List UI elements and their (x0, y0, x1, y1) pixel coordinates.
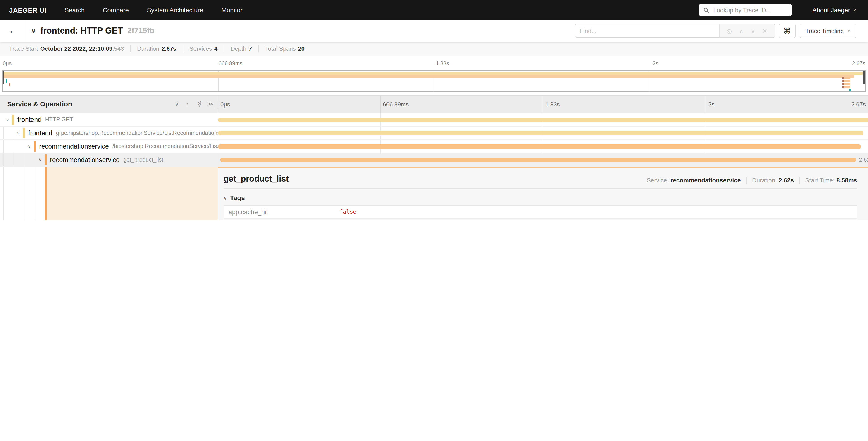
service-color-bar (45, 155, 47, 165)
trace-page-header: ← ∨ frontend: HTTP GET 2f715fb ◎ ∧ ∨ ✕ ⌘… (0, 20, 868, 42)
axis-tick-3: 2s (708, 101, 714, 108)
minimap-span-tick (842, 77, 850, 79)
find-controls: ◎ ∧ ∨ ✕ (719, 25, 775, 37)
trace-id-lookup-input[interactable] (712, 6, 787, 14)
nav-item-system-architecture[interactable]: System Architecture (147, 6, 203, 13)
service-color-bar (12, 115, 14, 125)
collapse-all-icon[interactable]: ≫ (197, 101, 203, 107)
span-row-recommendation-list[interactable]: ∨ recommendationservice /hipstershop.Rec… (0, 140, 868, 153)
find-input[interactable] (575, 25, 719, 37)
selected-span-color-bar (45, 167, 47, 220)
span-duration-label: 2.62s (859, 156, 868, 163)
service-color-bar (34, 141, 36, 152)
trace-depth: Depth7 (224, 45, 259, 52)
span-service: recommendationservice (39, 143, 109, 150)
clear-find-icon[interactable]: ✕ (762, 27, 767, 34)
minimap-canvas[interactable] (2, 70, 866, 92)
next-match-icon[interactable]: ∨ (751, 27, 755, 34)
trace-total-spans: Total Spans20 (259, 45, 311, 52)
trace-summary-bar: Trace StartOctober 22 2022, 22:10:09.543… (0, 42, 868, 56)
minimap-right-scrubber[interactable] (864, 70, 865, 84)
span-bar[interactable] (218, 117, 868, 122)
prev-match-icon[interactable]: ∧ (739, 27, 744, 34)
service-color-bar (23, 128, 25, 138)
search-icon (703, 7, 709, 13)
minimap-span-tick (9, 83, 10, 86)
minimap-span-tick (842, 86, 850, 88)
span-detail-title: get_product_list (223, 174, 289, 184)
tag-row: app.cache_hit false (224, 206, 857, 218)
chevron-down-icon: ∨ (223, 195, 227, 200)
span-bar[interactable] (218, 144, 861, 149)
span-operation: /hipstershop.RecommendationService/Lis..… (113, 143, 218, 150)
axis-tick-4: 2.67s (851, 101, 866, 108)
minimap-span-band (3, 75, 855, 78)
name-column-divider (218, 95, 218, 220)
axis-tick-1: 666.89ms (383, 101, 409, 108)
minimap-span-tick (842, 83, 850, 85)
find-box: ◎ ∧ ∨ ✕ (575, 24, 775, 37)
span-row-frontend-http-get[interactable]: ∨ frontend HTTP GET (0, 113, 868, 126)
span-row-frontend-grpc[interactable]: ∨ frontend grpc.hipstershop.Recommendati… (0, 126, 868, 140)
expand-all-icon[interactable]: ≫ (207, 101, 213, 107)
minimap-tick-3: 2s (653, 60, 658, 66)
timeline-column-header: Service & Operation ∨ › ≫ ≫ 0μs 666.89ms… (0, 95, 868, 113)
minimap-tick-2: 1.33s (436, 60, 449, 66)
span-detail-panel: get_product_list Service: recommendation… (218, 167, 868, 220)
selected-span-bar-strip (218, 167, 868, 169)
chevron-down-icon[interactable]: ∨ (28, 144, 34, 149)
app-logo[interactable]: JAEGER UI (9, 6, 46, 14)
minimap-span-tick (6, 79, 7, 83)
jaeger-trace-page: JAEGER UI Search Compare System Architec… (0, 0, 868, 220)
trace-services: Services4 (183, 45, 224, 52)
collapse-trace-icon[interactable]: ∨ (31, 27, 36, 35)
match-case-icon[interactable]: ◎ (727, 27, 732, 34)
selected-span-tint-block (47, 167, 218, 220)
detail-service: Service: recommendationservice (641, 177, 747, 184)
top-navbar: JAEGER UI Search Compare System Architec… (0, 0, 868, 20)
chevron-down-icon[interactable]: ∨ (6, 117, 12, 122)
span-bar[interactable] (220, 157, 856, 162)
span-row-get-product-list-selected[interactable]: ∨ recommendationservice get_product_list… (0, 153, 868, 167)
axis-tick-2: 1.33s (545, 101, 560, 108)
detail-row-indent-column (0, 167, 218, 220)
tag-row: app.filtered_products.count 8 (224, 218, 857, 220)
about-jaeger-menu[interactable]: About Jaeger ∨ (812, 6, 856, 13)
nav-item-compare[interactable]: Compare (103, 6, 129, 13)
keyboard-shortcuts-button[interactable]: ⌘ (779, 24, 795, 38)
span-operation: grpc.hipstershop.RecommendationService/L… (56, 130, 218, 136)
tags-section-toggle[interactable]: ∨ Tags (223, 194, 857, 202)
column-resize-handle[interactable] (215, 101, 219, 108)
chevron-down-icon[interactable]: ∨ (38, 157, 45, 162)
nav-item-monitor[interactable]: Monitor (221, 6, 242, 13)
trace-timeline-minimap[interactable]: 0μs 666.89ms 1.33s 2s 2.67s (0, 56, 868, 92)
trace-start: Trace StartOctober 22 2022, 22:10:09.543 (0, 45, 131, 52)
minimap-span-tick (842, 80, 850, 82)
command-icon: ⌘ (783, 26, 791, 35)
chevron-down-icon: ∨ (847, 29, 850, 33)
trace-id-lookup[interactable] (699, 4, 792, 16)
span-rows-top: ∨ frontend HTTP GET ∨ frontend grpc.hips… (0, 113, 868, 167)
back-arrow-icon: ← (9, 26, 17, 36)
back-button[interactable]: ← (0, 20, 26, 42)
span-operation: HTTP GET (45, 117, 73, 123)
axis-tick-0: 0μs (220, 101, 230, 108)
span-service: recommendationservice (50, 156, 120, 164)
expand-one-icon[interactable]: › (186, 101, 188, 107)
chevron-down-icon[interactable]: ∨ (17, 130, 23, 136)
chevron-down-icon: ∨ (853, 8, 856, 12)
trace-duration: Duration2.67s (131, 45, 183, 52)
minimap-tick-4: 2.67s (852, 60, 865, 66)
minimap-left-scrubber[interactable] (3, 70, 4, 84)
nav-item-search[interactable]: Search (64, 6, 85, 13)
trace-title: frontend: HTTP GET (40, 26, 123, 36)
collapse-one-icon[interactable]: ∨ (175, 101, 179, 107)
trace-view-selector[interactable]: Trace Timeline ∨ (800, 24, 856, 38)
service-operation-header: Service & Operation (7, 100, 72, 108)
span-service: frontend (28, 129, 52, 137)
span-operation: get_product_list (123, 157, 163, 163)
span-bar[interactable] (218, 131, 864, 136)
detail-duration: Duration: 2.62s (747, 177, 800, 184)
tags-table: app.cache_hit false app.filtered_product… (223, 205, 857, 220)
minimap-tick-0: 0μs (3, 60, 11, 66)
